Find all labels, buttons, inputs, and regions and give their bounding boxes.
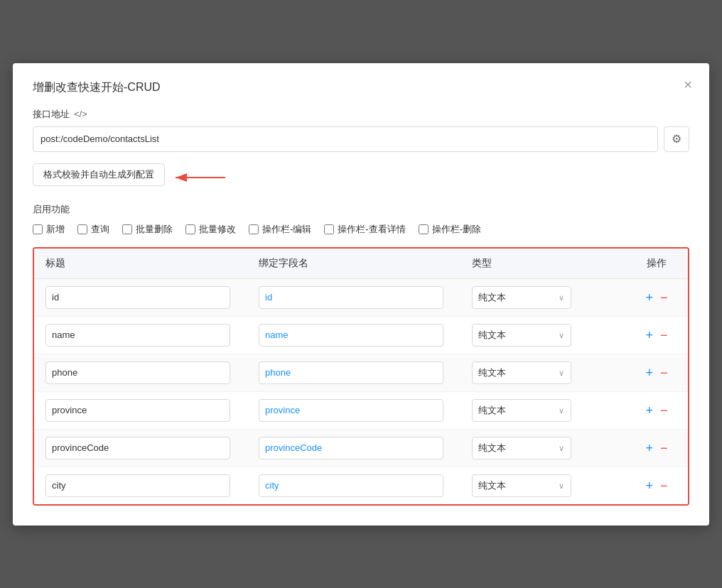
row-title-cell xyxy=(45,474,259,497)
crud-dialog: 增删改查快速开始-CRUD × 接口地址 </> ⚙ 格式校验并自动生成列配置 … xyxy=(13,63,709,526)
row-type-cell: 纯文本图片链接日期数字 xyxy=(472,474,614,497)
table-header: 标题 绑定字段名 类型 操作 xyxy=(34,249,688,279)
row-title-input[interactable] xyxy=(45,324,230,347)
row-field-cell xyxy=(259,399,472,422)
header-action: 操作 xyxy=(614,257,689,270)
checkbox-batch-edit-label: 批量修改 xyxy=(199,223,236,236)
row-field-cell xyxy=(259,324,472,347)
type-select-wrap: 纯文本图片链接日期数字 xyxy=(472,474,571,497)
type-select-wrap: 纯文本图片链接日期数字 xyxy=(472,286,571,309)
remove-row-button[interactable]: − xyxy=(660,329,668,342)
checkbox-add-label: 新增 xyxy=(46,223,65,236)
close-button[interactable]: × xyxy=(684,77,692,92)
validate-row: 格式校验并自动生成列配置 xyxy=(33,163,689,195)
row-title-input[interactable] xyxy=(45,399,230,422)
api-label-text: 接口地址 xyxy=(33,108,70,121)
checkbox-op-delete-label: 操作栏-删除 xyxy=(432,223,481,236)
checkbox-batch-edit-input[interactable] xyxy=(185,224,195,234)
checkbox-batch-edit[interactable]: 批量修改 xyxy=(185,223,236,236)
row-field-input[interactable] xyxy=(259,399,443,422)
row-title-input[interactable] xyxy=(45,286,230,309)
row-title-cell xyxy=(45,361,259,384)
header-field: 绑定字段名 xyxy=(259,257,472,270)
row-field-cell xyxy=(259,437,472,459)
row-field-input[interactable] xyxy=(259,361,443,384)
remove-row-button[interactable]: − xyxy=(660,366,668,379)
row-title-input[interactable] xyxy=(45,361,230,384)
url-row: ⚙ xyxy=(33,126,689,152)
table-row: 纯文本图片链接日期数字 + − xyxy=(34,317,688,354)
add-row-button[interactable]: + xyxy=(645,479,653,492)
add-row-button[interactable]: + xyxy=(645,291,653,304)
type-select[interactable]: 纯文本图片链接日期数字 xyxy=(472,474,571,497)
row-field-input[interactable] xyxy=(259,324,443,347)
checkbox-op-view-input[interactable] xyxy=(324,224,334,234)
checkbox-op-delete[interactable]: 操作栏-删除 xyxy=(419,223,481,236)
row-actions-cell: + − xyxy=(614,291,689,304)
settings-button[interactable]: ⚙ xyxy=(664,126,689,152)
checkbox-op-edit-input[interactable] xyxy=(249,224,259,234)
enable-label: 启用功能 xyxy=(33,203,689,216)
checkboxes-row: 新增 查询 批量删除 批量修改 操作栏-编辑 操作栏-查看详情 操作栏-删除 xyxy=(33,223,689,236)
type-select[interactable]: 纯文本图片链接日期数字 xyxy=(472,399,571,422)
add-row-button[interactable]: + xyxy=(645,442,653,454)
arrow-annotation xyxy=(172,169,229,189)
header-title: 标题 xyxy=(45,257,259,270)
type-select-wrap: 纯文本图片链接日期数字 xyxy=(472,437,571,459)
row-title-cell xyxy=(45,286,259,309)
table-row: 纯文本图片链接日期数字 + − xyxy=(34,392,688,430)
table-row: 纯文本图片链接日期数字 + − xyxy=(34,467,688,504)
add-row-button[interactable]: + xyxy=(645,404,653,417)
dialog-title: 增删改查快速开始-CRUD xyxy=(33,80,689,95)
row-title-input[interactable] xyxy=(45,474,230,497)
type-select[interactable]: 纯文本图片链接日期数字 xyxy=(472,437,571,459)
row-field-input[interactable] xyxy=(259,286,443,309)
add-row-button[interactable]: + xyxy=(645,329,653,342)
api-section-label: 接口地址 </> xyxy=(33,108,689,121)
checkbox-batch-delete-label: 批量删除 xyxy=(136,223,173,236)
type-select[interactable]: 纯文本图片链接日期数字 xyxy=(472,286,571,309)
row-type-cell: 纯文本图片链接日期数字 xyxy=(472,361,614,384)
checkbox-op-delete-input[interactable] xyxy=(419,224,429,234)
remove-row-button[interactable]: − xyxy=(660,479,668,492)
row-actions-cell: + − xyxy=(614,366,689,379)
checkbox-batch-delete[interactable]: 批量删除 xyxy=(122,223,173,236)
row-field-cell xyxy=(259,474,472,497)
table-row: 纯文本图片链接日期数字 + − xyxy=(34,354,688,392)
type-select-wrap: 纯文本图片链接日期数字 xyxy=(472,324,571,347)
row-title-cell xyxy=(45,399,259,422)
remove-row-button[interactable]: − xyxy=(660,442,668,454)
row-title-cell xyxy=(45,324,259,347)
row-title-cell xyxy=(45,437,259,459)
row-field-cell xyxy=(259,286,472,309)
type-select-wrap: 纯文本图片链接日期数字 xyxy=(472,399,571,422)
checkbox-op-view[interactable]: 操作栏-查看详情 xyxy=(324,223,405,236)
row-actions-cell: + − xyxy=(614,479,689,492)
table-row: 纯文本图片链接日期数字 + − xyxy=(34,279,688,317)
checkbox-add[interactable]: 新增 xyxy=(33,223,65,236)
checkbox-op-edit-label: 操作栏-编辑 xyxy=(262,223,311,236)
row-actions-cell: + − xyxy=(614,329,689,342)
checkbox-query[interactable]: 查询 xyxy=(77,223,109,236)
remove-row-button[interactable]: − xyxy=(660,291,668,304)
row-actions-cell: + − xyxy=(614,442,689,454)
add-row-button[interactable]: + xyxy=(645,366,653,379)
row-field-cell xyxy=(259,361,472,384)
checkbox-add-input[interactable] xyxy=(33,224,43,234)
validate-button[interactable]: 格式校验并自动生成列配置 xyxy=(33,163,165,186)
row-title-input[interactable] xyxy=(45,437,230,459)
row-type-cell: 纯文本图片链接日期数字 xyxy=(472,324,614,347)
checkbox-op-edit[interactable]: 操作栏-编辑 xyxy=(249,223,311,236)
checkbox-op-view-label: 操作栏-查看详情 xyxy=(338,223,405,236)
row-field-input[interactable] xyxy=(259,437,443,459)
remove-row-button[interactable]: − xyxy=(660,404,668,417)
columns-table: 标题 绑定字段名 类型 操作 纯文本图片链接日期数字 + − xyxy=(33,247,689,506)
row-type-cell: 纯文本图片链接日期数字 xyxy=(472,437,614,459)
checkbox-query-input[interactable] xyxy=(77,224,87,234)
row-field-input[interactable] xyxy=(259,474,443,497)
type-select[interactable]: 纯文本图片链接日期数字 xyxy=(472,324,571,347)
checkbox-batch-delete-input[interactable] xyxy=(122,224,132,234)
url-input[interactable] xyxy=(33,126,658,152)
type-select[interactable]: 纯文本图片链接日期数字 xyxy=(472,361,571,384)
settings-icon: ⚙ xyxy=(672,132,681,146)
